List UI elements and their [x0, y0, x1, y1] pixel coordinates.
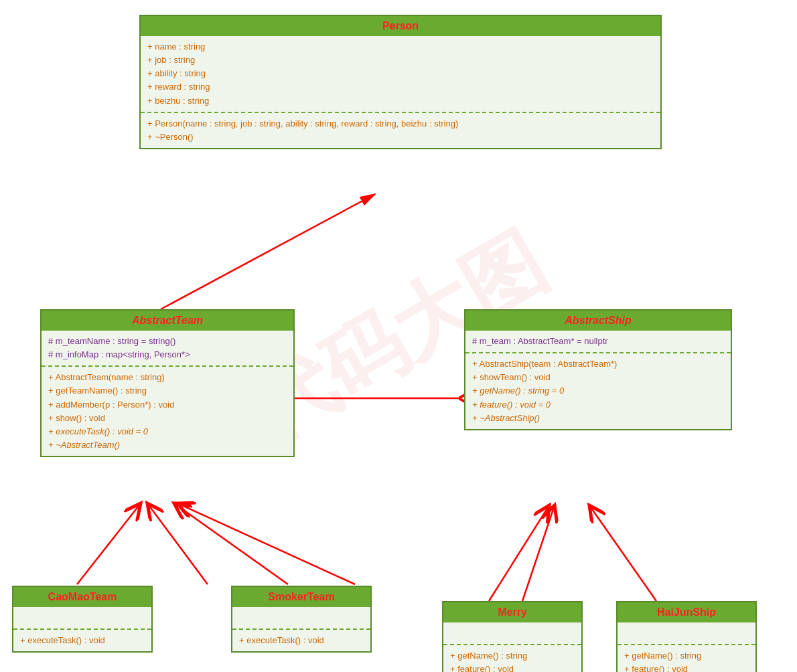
abstractship-method-1: + AbstractShip(team : AbstractTeam*)	[472, 357, 724, 371]
abstractship-class: AbstractShip # m_team : AbstractTeam* = …	[464, 309, 732, 430]
abstractteam-method-4: + show() : void	[48, 412, 287, 425]
caomao-empty	[20, 611, 145, 624]
abstractship-method-3: + getName() : string = 0	[472, 384, 724, 398]
merry-class: Merry + getName() : string + feature() :…	[442, 601, 583, 672]
merry-attributes	[443, 622, 581, 644]
merry-header: Merry	[443, 602, 581, 622]
smoker-methods: + executeTask() : void	[232, 628, 370, 651]
abstractteam-methods: + AbstractTeam(name : string) + getTeamN…	[42, 365, 293, 456]
smoker-class: SmokerTeam + executeTask() : void	[231, 586, 372, 653]
abstractship-method-2: + showTeam() : void	[472, 371, 724, 384]
person-attr-2: + job : string	[147, 54, 654, 67]
haijun-method-1: + getName() : string	[624, 649, 749, 663]
merry-methods: + getName() : string + feature() : void	[443, 644, 581, 672]
merry-method-2: + feature() : void	[450, 663, 575, 672]
abstractteam-method-1: + AbstractTeam(name : string)	[48, 371, 287, 384]
haijun-class: HaiJunShip + getName() : string + featur…	[616, 601, 757, 672]
arrow-caomao-abstractteam-1	[77, 503, 141, 584]
caomao-header: CaoMaoTeam	[13, 587, 151, 607]
arrow-smoker-abstractteam-2	[177, 503, 355, 584]
haijun-methods: + getName() : string + feature() : void	[618, 644, 755, 672]
arrow-haijun-abstractship	[589, 505, 656, 601]
merry-empty	[450, 626, 575, 640]
abstractship-method-5: + ~AbstractShip()	[472, 412, 724, 425]
abstractteam-method-2: + getTeamName() : string	[48, 384, 287, 398]
arrow-merry-abstractship-2	[522, 505, 555, 601]
caomao-class: CaoMaoTeam + executeTask() : void	[12, 586, 153, 653]
abstractteam-attr-1: # m_teamName : string = string()	[48, 335, 287, 348]
abstractteam-method-6: + ~AbstractTeam()	[48, 438, 287, 452]
abstractteam-method-5: + executeTask() : void = 0	[48, 425, 287, 438]
arrow-merry-abstractship-1	[489, 505, 549, 601]
person-class: Person + name : string + job : string + …	[139, 15, 662, 149]
diagram-container: 代码大图	[0, 0, 797, 672]
abstractship-header: AbstractShip	[465, 311, 731, 331]
person-method-2: + ~Person()	[147, 131, 654, 144]
abstractteam-attributes: # m_teamName : string = string() # m_inf…	[42, 331, 293, 365]
abstractship-attributes: # m_team : AbstractTeam* = nullptr	[465, 331, 731, 352]
abstractship-attr-1: # m_team : AbstractTeam* = nullptr	[472, 335, 724, 348]
arrow-abstractteam-person	[161, 194, 375, 309]
caomao-methods: + executeTask() : void	[13, 628, 151, 651]
person-methods: + Person(name : string, job : string, ab…	[141, 112, 660, 148]
person-attr-1: + name : string	[147, 40, 654, 54]
abstractteam-class: AbstractTeam # m_teamName : string = str…	[40, 309, 295, 457]
abstractship-methods: + AbstractShip(team : AbstractTeam*) + s…	[465, 352, 731, 429]
merry-method-1: + getName() : string	[450, 649, 575, 663]
caomao-attributes	[13, 607, 151, 628]
person-attr-5: + beizhu : string	[147, 94, 654, 108]
abstractship-method-4: + feature() : void = 0	[472, 398, 724, 412]
arrow-caomao-abstractteam-2	[147, 503, 208, 584]
person-attributes: + name : string + job : string + ability…	[141, 36, 660, 112]
abstractteam-method-3: + addMember(p : Person*) : void	[48, 398, 287, 412]
haijun-method-2: + feature() : void	[624, 663, 749, 672]
abstractteam-attr-2: # m_infoMap : map<string, Person*>	[48, 348, 287, 361]
haijun-attributes	[618, 622, 755, 644]
person-header: Person	[141, 16, 660, 36]
arrow-smoker-abstractteam-1	[174, 503, 288, 584]
haijun-header: HaiJunShip	[618, 602, 755, 622]
smoker-method-1: + executeTask() : void	[239, 634, 364, 647]
person-method-1: + Person(name : string, job : string, ab…	[147, 117, 654, 131]
haijun-empty	[624, 626, 749, 640]
smoker-empty	[239, 611, 364, 624]
smoker-attributes	[232, 607, 370, 628]
person-attr-4: + reward : string	[147, 80, 654, 94]
smoker-header: SmokerTeam	[232, 587, 370, 607]
person-attr-3: + ability : string	[147, 67, 654, 80]
abstractteam-header: AbstractTeam	[42, 311, 293, 331]
caomao-method-1: + executeTask() : void	[20, 634, 145, 647]
